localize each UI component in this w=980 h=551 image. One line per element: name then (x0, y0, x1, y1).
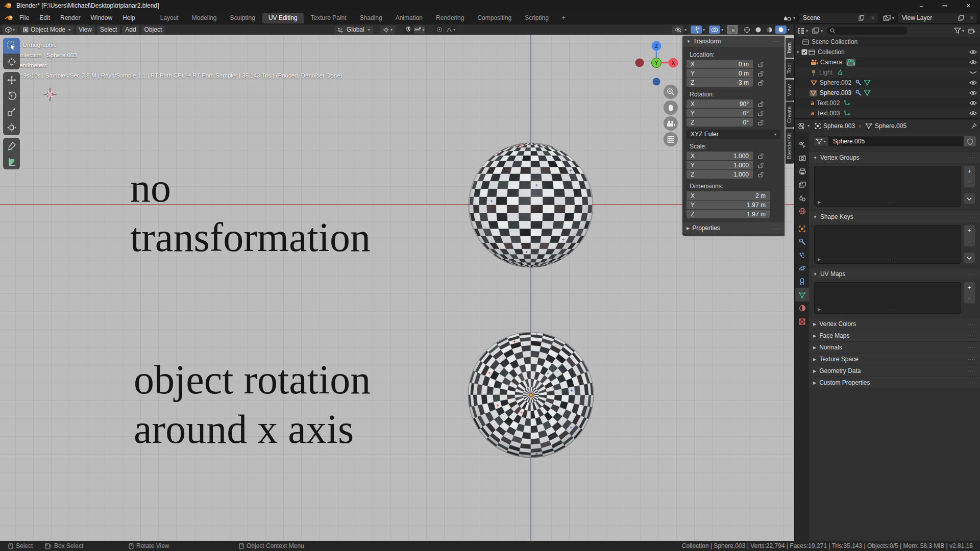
gizmo-x-negative[interactable] (635, 59, 644, 67)
tab-tool[interactable] (795, 138, 809, 152)
normals-panel-header[interactable]: ▶Normals···· (809, 341, 980, 353)
tool-scale[interactable] (3, 104, 20, 119)
tab-object-data[interactable] (795, 288, 809, 302)
tab-modifiers[interactable] (795, 235, 809, 248)
menu-window[interactable]: Window (85, 14, 117, 21)
snap-toggle-magnet-icon[interactable] (403, 26, 414, 34)
tab-object[interactable] (795, 222, 809, 235)
view-layer-selector[interactable]: View Layer × (897, 13, 978, 23)
scene-selector[interactable]: Scene × (798, 13, 879, 23)
scale-z-field[interactable]: Z1.000 (687, 170, 753, 179)
tab-particles[interactable] (795, 248, 809, 262)
remove-uv-map-button[interactable]: − (964, 293, 975, 304)
workspace-tab-compositing[interactable]: Compositing (471, 13, 518, 23)
shape-keys-list[interactable]: ▶ ···· (814, 225, 961, 264)
proportional-editing-icon[interactable] (434, 26, 445, 34)
tool-box-select[interactable] (3, 38, 20, 54)
unlink-scene-icon[interactable]: × (867, 14, 878, 21)
tab-constraints[interactable] (795, 275, 809, 288)
unlock-icon[interactable] (758, 61, 764, 67)
collection-checkbox[interactable] (801, 49, 807, 55)
workspace-tab-modeling[interactable]: Modeling (186, 13, 223, 23)
chevron-down-icon[interactable]: ▾ (806, 29, 808, 33)
menu-view[interactable]: View (76, 26, 95, 34)
viewport-canvas[interactable]: notransformation object rotationaround x… (0, 35, 794, 541)
tab-world[interactable] (795, 205, 809, 218)
list-drag-grip-icon[interactable]: ···· (888, 200, 896, 205)
sidebar-tab-blenderkit[interactable]: BlenderKit (786, 129, 794, 164)
breadcrumb-object-name[interactable]: Sphere.003 (823, 122, 855, 130)
workspace-tab-rendering[interactable]: Rendering (430, 13, 470, 23)
outliner-row-sphere-003[interactable]: Sphere.003 (795, 88, 980, 98)
view-layer-name[interactable]: View Layer (898, 14, 955, 21)
remove-shape-key-button[interactable]: − (964, 236, 975, 246)
uv-maps-panel-header[interactable]: ▼UV Maps···· (809, 268, 980, 280)
view-layer-browse-icon[interactable] (883, 15, 891, 21)
shading-solid-icon[interactable] (753, 26, 764, 34)
eye-open-icon[interactable] (969, 60, 977, 65)
shading-wireframe-icon[interactable] (742, 26, 753, 34)
scale-x-field[interactable]: X1.000 (687, 152, 753, 160)
add-uv-map-button[interactable]: + (964, 282, 975, 293)
mode-selector[interactable]: Object Mode ▾ (20, 26, 74, 34)
add-workspace-button[interactable]: + (556, 13, 572, 23)
expand-arrow-icon[interactable]: ▶ (687, 226, 690, 231)
unlock-icon[interactable] (758, 119, 764, 126)
workspace-tab-layout[interactable]: Layout (154, 13, 185, 23)
collapse-arrow-icon[interactable]: ▼ (795, 50, 800, 55)
custom-properties-panel-header[interactable]: ▶Custom Properties···· (809, 377, 980, 388)
sidebar-tab-item[interactable]: Item (786, 38, 794, 58)
zoom-view-button[interactable] (664, 85, 678, 99)
display-mode-icon[interactable] (797, 28, 805, 34)
menu-select[interactable]: Select (97, 26, 120, 34)
remove-vertex-group-button[interactable]: − (964, 177, 975, 187)
curve-data-icon[interactable] (844, 110, 850, 116)
sphere-no-transformation[interactable] (467, 141, 595, 269)
location-y-field[interactable]: Y0 m (687, 69, 753, 78)
tab-physics[interactable] (795, 262, 809, 275)
tool-measure[interactable] (3, 154, 20, 169)
vertex-group-specials-button[interactable] (964, 193, 975, 204)
vertex-groups-panel-header[interactable]: ▼Vertex Groups···· (809, 152, 980, 163)
modifier-wrench-icon[interactable] (855, 80, 862, 86)
eye-open-icon[interactable] (969, 80, 977, 85)
toggle-perspective-button[interactable] (664, 132, 678, 146)
pivot-point-selector[interactable]: ▾ (380, 26, 396, 34)
menu-object[interactable]: Object (141, 26, 165, 34)
tab-view-layer[interactable] (795, 178, 809, 191)
vertex-groups-list[interactable]: ▶ ···· (814, 166, 961, 207)
menu-help[interactable]: Help (117, 14, 140, 21)
menu-edit[interactable]: Edit (34, 14, 55, 21)
camera-data-icon[interactable] (846, 59, 855, 66)
workspace-tab-uv-editing[interactable]: UV Editing (262, 13, 304, 23)
camera-view-button[interactable] (664, 116, 678, 131)
filter-collection-icon[interactable] (812, 28, 820, 34)
editor-type-icon[interactable] (798, 123, 806, 129)
unlock-icon[interactable] (758, 70, 764, 77)
dimensions-y-field[interactable]: Y1.97 m (687, 201, 770, 209)
tool-cursor[interactable] (3, 54, 20, 69)
dimensions-z-field[interactable]: Z1.97 m (687, 210, 770, 218)
scale-y-field[interactable]: Y1.000 (687, 161, 753, 169)
new-scene-icon[interactable] (856, 15, 867, 21)
uv-maps-list[interactable]: ▶ ···· (814, 282, 961, 314)
tool-transform[interactable] (3, 119, 20, 135)
filter-funnel-icon[interactable] (954, 28, 961, 34)
remove-view-layer-icon[interactable]: × (966, 14, 977, 21)
show-object-types-eye-icon[interactable] (672, 26, 683, 34)
workspace-tab-sculpting[interactable]: Sculpting (224, 13, 261, 23)
tool-rotate[interactable] (3, 88, 20, 104)
list-drag-grip-icon[interactable]: ···· (888, 257, 896, 262)
mesh-data-selector[interactable]: ▾ (813, 136, 828, 146)
proportional-falloff-selector[interactable]: ▾ (445, 26, 456, 34)
panel-drag-grip-icon[interactable]: ···· (772, 226, 780, 231)
eye-open-icon[interactable] (969, 90, 977, 95)
geometry-data-panel-header[interactable]: ▶Geometry Data···· (809, 365, 980, 377)
unlock-icon[interactable] (758, 171, 764, 178)
rotation-y-field[interactable]: Y0° (687, 109, 753, 117)
rotation-x-field[interactable]: X90° (687, 99, 753, 108)
eye-open-icon[interactable] (969, 101, 977, 106)
workspace-tab-texture-paint[interactable]: Texture Paint (305, 13, 353, 23)
shading-material-icon[interactable] (764, 26, 775, 34)
unlock-icon[interactable] (758, 80, 764, 86)
